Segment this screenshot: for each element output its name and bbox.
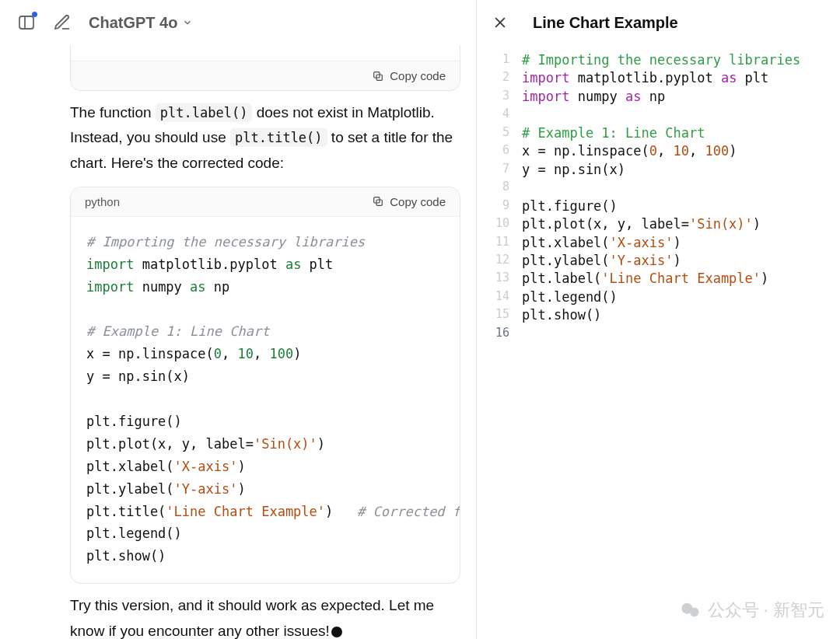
- previous-code-card: Copy code: [70, 45, 460, 91]
- canvas-code-editor[interactable]: 1# Importing the necessary libraries 2im…: [477, 45, 840, 343]
- canvas-pane: Line Chart Example 1# Importing the nece…: [476, 0, 840, 639]
- code-lang-label: python: [85, 195, 120, 208]
- canvas-title: Line Chart Example: [533, 14, 678, 32]
- assistant-explanation: The function plt.label() does not exist …: [70, 100, 460, 176]
- model-title: ChatGPT 4o: [89, 14, 177, 32]
- copy-code-button-top[interactable]: Copy code: [372, 69, 446, 82]
- close-canvas-button[interactable]: [485, 7, 516, 38]
- inline-code: plt.title(): [230, 128, 327, 147]
- inline-code: plt.label(): [156, 103, 253, 122]
- canvas-header: Line Chart Example: [477, 0, 840, 45]
- new-chat-icon[interactable]: [53, 13, 72, 32]
- assistant-outro: Try this version, and it should work as …: [70, 593, 460, 639]
- code-card: python Copy code # Importing the necessa…: [70, 187, 460, 584]
- typing-cursor: [331, 627, 342, 637]
- previous-code-body: [71, 45, 460, 61]
- sidebar-toggle-icon[interactable]: [17, 13, 36, 32]
- model-picker[interactable]: ChatGPT 4o: [89, 14, 193, 32]
- chevron-down-icon: [182, 17, 193, 28]
- copy-code-button[interactable]: Copy code: [372, 195, 446, 208]
- code-body[interactable]: # Importing the necessary libraries impo…: [71, 217, 460, 583]
- chat-content: Copy code The function plt.label() does …: [0, 45, 476, 639]
- chat-pane: ChatGPT 4o Copy code Th: [0, 0, 476, 639]
- code-header: python Copy code: [71, 187, 460, 217]
- app-root: ChatGPT 4o Copy code Th: [0, 0, 840, 639]
- chat-header: ChatGPT 4o: [0, 0, 476, 45]
- svg-rect-0: [19, 16, 33, 29]
- notification-dot: [32, 12, 37, 17]
